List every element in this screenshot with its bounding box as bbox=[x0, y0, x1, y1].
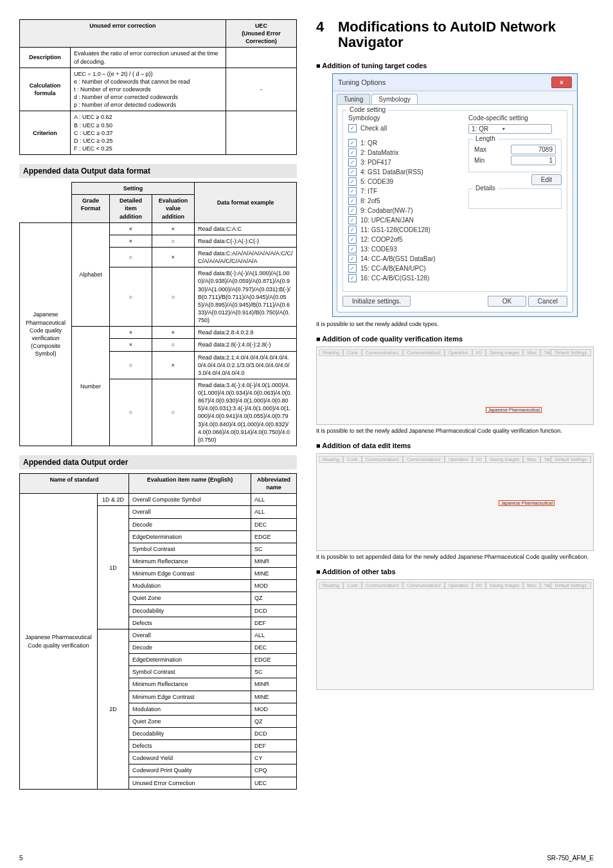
section-output-order: Appended data Output order bbox=[19, 455, 297, 469]
symbology-item[interactable]: ✓11: GS1-128(CODE128) bbox=[348, 226, 462, 234]
mini-tab[interactable]: Operation bbox=[445, 456, 472, 463]
uec-calc-text: UEC = 1.0 – ((e + 2t) / ( d – p)) e : Nu… bbox=[71, 68, 226, 111]
mini-tab[interactable]: Saving Images bbox=[486, 582, 523, 589]
left-cat: Japanese Pharmaceutical Code quality ver… bbox=[20, 222, 72, 446]
mini-tab[interactable]: Reading bbox=[319, 582, 343, 589]
min-input[interactable]: 1 bbox=[511, 156, 556, 165]
checkbox-icon[interactable]: ✓ bbox=[348, 139, 357, 147]
mini-tab[interactable]: Communication2 bbox=[403, 349, 445, 356]
checkbox-icon[interactable]: ✓ bbox=[348, 226, 357, 234]
checkbox-icon[interactable]: ✓ bbox=[348, 187, 357, 195]
checkbox-icon[interactable]: ✓ bbox=[348, 206, 357, 215]
mini-tab[interactable]: Code bbox=[343, 349, 362, 356]
cell: ○ bbox=[152, 379, 195, 446]
checkbox-icon[interactable]: ✓ bbox=[348, 216, 357, 224]
mini-tab[interactable]: I/O bbox=[472, 582, 486, 589]
uec-desc-label: Description bbox=[20, 48, 71, 68]
mini-tab[interactable]: Reading bbox=[319, 349, 343, 356]
mini-tab[interactable]: I/O bbox=[472, 349, 486, 356]
symbology-item[interactable]: ✓14: CC-A/B(GS1 DataBar) bbox=[348, 255, 462, 263]
cell: Minimum Reflectance bbox=[129, 556, 251, 568]
checkbox-icon[interactable]: ✓ bbox=[348, 197, 357, 205]
cell: CPQ bbox=[251, 764, 297, 777]
s2-caption: It is possible to set the newly added Ja… bbox=[316, 428, 594, 434]
cell: DEC bbox=[251, 642, 297, 654]
mini-tab[interactable]: Reading bbox=[319, 456, 343, 463]
symbology-item[interactable]: ✓5: CODE39 bbox=[348, 177, 462, 186]
mini-tab[interactable]: Saving Images bbox=[486, 456, 523, 463]
checkbox-icon[interactable]: ✓ bbox=[348, 149, 357, 157]
symbology-item[interactable]: ✓16: CC-A/B/C(GS1-128) bbox=[348, 274, 462, 282]
symbology-item[interactable]: ✓4: GS1 DataBar(RSS) bbox=[348, 168, 462, 176]
mini-tab[interactable]: Communication2 bbox=[403, 456, 445, 463]
mini-tab[interactable]: I/O bbox=[472, 456, 486, 463]
tab-symbology[interactable]: Symbology bbox=[371, 94, 417, 104]
cell: EdgeDetermination bbox=[129, 654, 251, 666]
max-input[interactable]: 7089 bbox=[511, 145, 556, 154]
chapter-number: 4 bbox=[316, 19, 329, 50]
cell: Codeword Print Quality bbox=[129, 764, 251, 777]
symbology-item[interactable]: ✓15: CC-A/B(EAN/UPC) bbox=[348, 264, 462, 273]
default-settings-button[interactable]: Default Settings bbox=[551, 349, 591, 356]
length-legend: Length bbox=[473, 135, 498, 142]
mini-tab[interactable]: Code bbox=[343, 456, 362, 463]
mini-tab[interactable]: Operation bbox=[445, 349, 472, 356]
mini-tab[interactable]: Misc bbox=[523, 582, 540, 589]
hl-japanese-pharma-2: Japanese Pharmaceutical bbox=[499, 500, 555, 506]
checkbox-icon[interactable]: ✓ bbox=[348, 168, 357, 176]
symbology-label: 4: GS1 DataBar(RSS) bbox=[360, 168, 423, 176]
checkbox-icon[interactable]: ✓ bbox=[348, 264, 357, 273]
cell: Minimum Reflectance bbox=[129, 678, 251, 691]
checkbox-icon[interactable]: ✓ bbox=[348, 158, 357, 167]
mini-tab[interactable]: Saving Images bbox=[486, 349, 523, 356]
symbology-item[interactable]: ✓2: DataMatrix bbox=[348, 149, 462, 157]
symbology-item[interactable]: ✓10: UPC/EAN/JAN bbox=[348, 216, 462, 224]
symbology-item[interactable]: ✓3: PDF417 bbox=[348, 158, 462, 167]
mini-tab[interactable]: Communication2 bbox=[403, 582, 445, 589]
mini-tab[interactable]: Code bbox=[343, 582, 362, 589]
checkbox-checkall[interactable]: ✓ bbox=[348, 124, 357, 132]
close-icon[interactable]: × bbox=[551, 77, 572, 88]
symbology-item[interactable]: ✓9: Codabar(NW-7) bbox=[348, 206, 462, 215]
cell: EDGE bbox=[251, 530, 297, 543]
cell: ○ bbox=[152, 235, 195, 247]
cell: MOD bbox=[251, 580, 297, 592]
symbology-item[interactable]: ✓13: CODE93 bbox=[348, 245, 462, 253]
default-settings-button-2[interactable]: Default Settings bbox=[551, 456, 591, 463]
tab-tuning[interactable]: Tuning bbox=[337, 94, 370, 104]
order-left: Japanese Pharmaceutical Code quality ver… bbox=[20, 494, 98, 789]
mini-tab[interactable]: Misc bbox=[523, 349, 540, 356]
mini-tab[interactable]: Communication1 bbox=[362, 349, 404, 356]
cell: Decodability bbox=[129, 728, 251, 740]
code-select[interactable]: 1: QR bbox=[468, 124, 552, 134]
cancel-button[interactable]: Cancel bbox=[528, 296, 567, 307]
cell: Quiet Zone bbox=[129, 592, 251, 604]
mini-tab[interactable]: Communication1 bbox=[362, 582, 404, 589]
edit-button[interactable]: Edit bbox=[531, 174, 562, 185]
symbology-item[interactable]: ✓8: 2of5 bbox=[348, 197, 462, 205]
ok-button[interactable]: OK bbox=[488, 296, 526, 307]
cell: Defects bbox=[129, 617, 251, 629]
cell: ALL bbox=[251, 629, 297, 641]
dfe-head: Data format example bbox=[195, 183, 297, 223]
cell: × bbox=[110, 222, 152, 235]
checkbox-icon[interactable]: ✓ bbox=[348, 255, 357, 263]
cell: Decode bbox=[129, 642, 251, 654]
checkbox-icon[interactable]: ✓ bbox=[348, 245, 357, 253]
uec-crit-val bbox=[226, 111, 296, 155]
default-settings-button-3[interactable]: Default Settings bbox=[551, 582, 591, 589]
mini-tab[interactable]: Communication1 bbox=[362, 456, 404, 463]
symbology-item[interactable]: ✓12: COOP2of5 bbox=[348, 235, 462, 244]
mini-tab[interactable]: Misc bbox=[523, 456, 540, 463]
checkbox-icon[interactable]: ✓ bbox=[348, 177, 357, 186]
symbology-item[interactable]: ✓1: QR bbox=[348, 139, 462, 147]
mini-tab[interactable]: Operation bbox=[445, 582, 472, 589]
sub4: ■ Addition of other tabs bbox=[316, 568, 594, 575]
init-button[interactable]: Initialize settings. bbox=[342, 296, 411, 307]
symbology-item[interactable]: ✓7: ITF bbox=[348, 187, 462, 195]
checkbox-icon[interactable]: ✓ bbox=[348, 274, 357, 282]
cell: ALL bbox=[251, 494, 297, 506]
cell: × bbox=[152, 222, 195, 235]
details-legend: Details bbox=[473, 185, 498, 192]
checkbox-icon[interactable]: ✓ bbox=[348, 235, 357, 244]
